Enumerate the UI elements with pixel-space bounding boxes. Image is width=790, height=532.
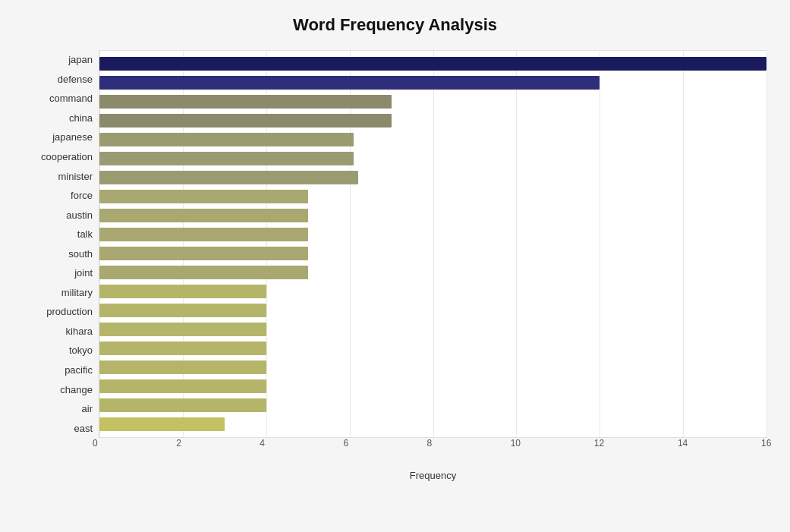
bar-row <box>99 301 766 320</box>
bar-row <box>99 54 766 73</box>
bar-row <box>99 320 766 339</box>
y-label: production <box>23 307 93 316</box>
bar <box>99 304 266 317</box>
x-tick: 6 <box>343 438 348 449</box>
y-label: joint <box>23 268 93 278</box>
bar-row <box>99 225 766 244</box>
x-axis-label: Frequency <box>99 470 767 481</box>
y-label: force <box>23 190 93 200</box>
bar-row <box>99 168 766 187</box>
y-label: minister <box>23 172 93 181</box>
y-label: pacific <box>23 365 93 375</box>
bar-row <box>99 358 766 377</box>
bar <box>99 114 392 127</box>
y-label: kihara <box>23 326 93 336</box>
y-label: south <box>23 249 93 259</box>
bar <box>99 379 266 393</box>
bar <box>99 152 354 165</box>
bar <box>99 417 225 431</box>
y-label: china <box>23 113 93 123</box>
bar <box>99 342 266 355</box>
bar <box>99 57 766 71</box>
bar <box>99 228 308 241</box>
bar-row <box>99 282 766 301</box>
x-tick: 14 <box>678 438 688 449</box>
x-tick: 10 <box>511 438 521 449</box>
bar <box>99 95 392 109</box>
bar-row <box>99 415 766 434</box>
x-axis-container: 0246810121416 Frequency <box>23 438 767 468</box>
chart-area: japandefensecommandchinajapanesecooperat… <box>23 50 767 468</box>
y-label: cooperation <box>23 152 93 162</box>
bar <box>99 133 354 146</box>
bar <box>99 266 308 279</box>
bar-row <box>99 339 766 358</box>
x-tick: 4 <box>260 438 265 449</box>
chart-title: Word Frequency Analysis <box>23 15 767 35</box>
x-tick: 8 <box>427 438 433 449</box>
bars-and-grid <box>99 50 767 438</box>
bar-row <box>99 187 766 206</box>
bar-row <box>99 92 766 111</box>
bar-row <box>99 244 766 263</box>
bar-row <box>99 206 766 225</box>
y-label: command <box>23 93 93 103</box>
bar <box>99 285 266 298</box>
y-label: east <box>23 423 93 433</box>
bars-wrapper <box>99 51 766 437</box>
x-tick: 16 <box>761 438 771 449</box>
x-tick: 2 <box>176 438 181 449</box>
x-axis: 0246810121416 <box>99 438 767 453</box>
bar <box>99 323 266 336</box>
y-label: tokyo <box>23 345 93 355</box>
y-labels: japandefensecommandchinajapanesecooperat… <box>23 50 99 438</box>
y-label: talk <box>23 229 93 239</box>
bar-row <box>99 111 766 130</box>
bar-row <box>99 377 766 396</box>
bar <box>99 209 308 222</box>
bar-row <box>99 130 766 149</box>
bar <box>99 190 308 203</box>
y-label: defense <box>23 74 93 84</box>
y-label: air <box>23 404 93 414</box>
bar-row <box>99 73 766 92</box>
chart-container: Word Frequency Analysis japandefensecomm… <box>0 0 790 532</box>
y-label: japan <box>23 55 93 65</box>
bar-row <box>99 263 766 282</box>
x-tick: 0 <box>93 438 98 449</box>
bar <box>99 398 266 412</box>
y-label: change <box>23 385 93 395</box>
bar <box>99 360 266 374</box>
y-label: japanese <box>23 132 93 142</box>
grid-line <box>766 51 767 437</box>
bar <box>99 247 308 260</box>
bar-row <box>99 149 766 168</box>
bar-row <box>99 396 766 415</box>
y-label: military <box>23 288 93 297</box>
bar <box>99 171 358 184</box>
x-tick: 12 <box>594 438 604 449</box>
plot-area: japandefensecommandchinajapanesecooperat… <box>23 50 767 438</box>
bar <box>99 76 600 90</box>
y-label: austin <box>23 210 93 220</box>
